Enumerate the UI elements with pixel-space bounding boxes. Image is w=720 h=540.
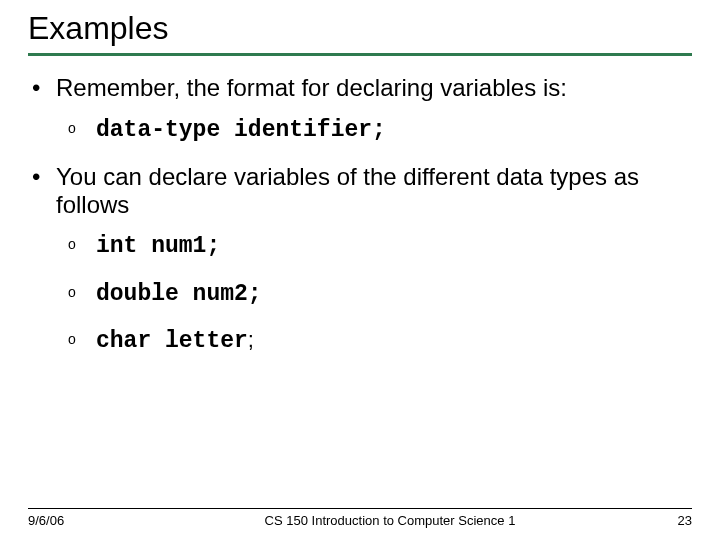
- footer-date: 9/6/06: [28, 513, 148, 528]
- code-text: char letter: [96, 328, 248, 354]
- sub-list: data-type identifier;: [56, 116, 692, 143]
- footer-course: CS 150 Introduction to Computer Science …: [148, 513, 632, 528]
- sub-item: double num2;: [56, 280, 692, 307]
- slide: Examples Remember, the format for declar…: [0, 0, 720, 540]
- code-text: int num1;: [96, 233, 220, 259]
- code-tail: ;: [248, 327, 254, 352]
- bullet-text: You can declare variables of the differe…: [56, 163, 639, 218]
- sub-list: int num1; double num2; char letter;: [56, 232, 692, 354]
- footer: 9/6/06 CS 150 Introduction to Computer S…: [0, 508, 720, 528]
- bullet-list: Remember, the format for declaring varia…: [28, 74, 692, 355]
- sub-item: int num1;: [56, 232, 692, 259]
- sub-item: data-type identifier;: [56, 116, 692, 143]
- slide-body: Remember, the format for declaring varia…: [28, 74, 692, 355]
- bullet-item: You can declare variables of the differe…: [28, 163, 692, 355]
- slide-title: Examples: [28, 10, 692, 56]
- footer-line: 9/6/06 CS 150 Introduction to Computer S…: [28, 508, 692, 528]
- bullet-item: Remember, the format for declaring varia…: [28, 74, 692, 143]
- code-text: data-type identifier;: [96, 117, 386, 143]
- code-text: double num2;: [96, 281, 262, 307]
- footer-page: 23: [632, 513, 692, 528]
- sub-item: char letter;: [56, 327, 692, 354]
- bullet-text: Remember, the format for declaring varia…: [56, 74, 567, 101]
